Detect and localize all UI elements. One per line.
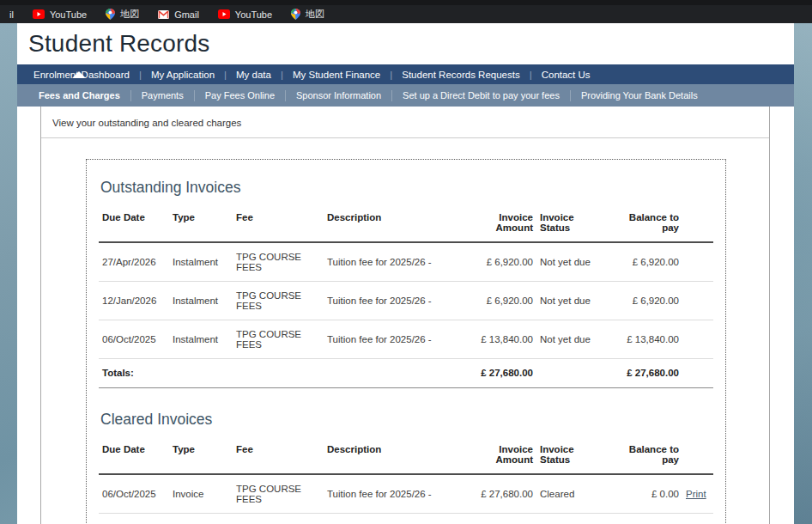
table-row: 06/Oct/2025InvoiceTPG COURSE FEESTuition… [99, 474, 713, 514]
nav-separator: | [525, 70, 536, 80]
table-header: Due DateTypeFeeDescriptionInvoice Amount… [99, 437, 713, 474]
primary-nav-item[interactable]: Contact Us [536, 70, 596, 80]
cell-status: Not yet due [536, 320, 609, 359]
bookmark-item[interactable]: 地図 [98, 6, 147, 22]
cell-action [682, 282, 713, 320]
bookmark-item[interactable]: 地図 [283, 6, 332, 22]
primary-nav-item[interactable]: My data [231, 70, 276, 80]
cell-status: Not yet due [536, 282, 609, 320]
cell-action [682, 514, 713, 524]
bookmark-label: 地図 [120, 8, 139, 21]
table-body: 27/Apr/2026InstalmentTPG COURSE FEESTuit… [99, 242, 713, 359]
secondary-nav-item[interactable]: Set up a Direct Debit to pay your fees [392, 90, 570, 101]
maps-icon [106, 9, 115, 20]
nav-separator: | [135, 70, 146, 80]
cell-amount: £- 27,680.00 [458, 514, 536, 524]
cell-fee: TPG COURSE FEES [233, 282, 324, 320]
nav-separator: | [220, 70, 231, 80]
totals-cell [324, 359, 458, 388]
cell-status: Not yet due [536, 242, 609, 282]
table-body: 06/Oct/2025InvoiceTPG COURSE FEESTuition… [99, 474, 713, 524]
column-header: Invoice Status [536, 205, 609, 242]
youtube-icon [218, 9, 230, 19]
column-header: Invoice Amount [458, 205, 536, 242]
nav-separator: | [385, 70, 397, 80]
table-totals: Totals:£ 27,680.00£ 27,680.00 [99, 359, 713, 388]
cell-amount: £ 6,920.00 [458, 282, 536, 320]
totals-cell [169, 359, 233, 388]
totals-cell [233, 359, 324, 388]
primary-nav-item[interactable]: Student Records Requests [397, 70, 524, 80]
table-row: 06/Oct/2025InstalmentTPG COURSE FEESTuit… [99, 514, 713, 524]
cell-balance: £ 0.00 [609, 474, 682, 514]
cell-due-date: 27/Apr/2026 [99, 242, 169, 282]
cell-status: Cleared [536, 474, 609, 514]
cell-description: Tuition fee for 2025/26 - [324, 282, 458, 320]
column-header [682, 437, 713, 474]
cell-action [682, 242, 713, 282]
cell-amount: £ 13,840.00 [458, 320, 536, 359]
cell-balance: £ 0.00 [609, 514, 682, 524]
column-header: Description [324, 205, 458, 242]
bookmark-label: YouTube [50, 9, 87, 20]
outstanding-heading: Outstanding Invoices [100, 179, 713, 197]
column-header: Invoice Status [536, 437, 609, 474]
bookmark-label: YouTube [235, 9, 272, 20]
cell-balance: £ 6,920.00 [609, 282, 682, 320]
bookmark-item[interactable]: il [2, 8, 21, 21]
cleared-heading: Cleared Invoices [100, 411, 713, 429]
cell-due-date: 06/Oct/2025 [99, 320, 169, 359]
cell-fee: TPG COURSE FEES [233, 514, 324, 524]
secondary-nav-item[interactable]: Payments [131, 90, 194, 101]
print-link[interactable]: Print [686, 489, 706, 499]
secondary-nav: Fees and ChargesPaymentsPay Fees OnlineS… [17, 84, 794, 107]
bookmark-item[interactable]: Gmail [150, 8, 207, 21]
bookmark-item[interactable]: YouTube [210, 8, 280, 21]
cell-action [682, 320, 713, 359]
site-column: Student Records Enrolment Dashboard|My A… [17, 23, 794, 524]
secondary-nav-item[interactable]: Pay Fees Online [195, 90, 285, 101]
column-header: Description [324, 437, 458, 474]
cell-type: Instalment [169, 514, 233, 524]
primary-nav-item[interactable]: My Student Finance [288, 70, 385, 80]
content-panel: View your outstanding and cleared charge… [40, 107, 770, 524]
column-header: Type [169, 205, 233, 242]
cell-description: Tuition fee for 2025/26 - [324, 242, 458, 282]
bookmark-label: il [9, 9, 14, 20]
cell-fee: TPG COURSE FEES [233, 242, 324, 282]
column-header: Invoice Amount [458, 437, 536, 474]
cell-status: Cleared [536, 514, 609, 524]
site-header: Student Records [17, 23, 794, 64]
totals-row: Totals:£ 27,680.00£ 27,680.00 [99, 359, 713, 388]
column-header [682, 205, 713, 242]
page-title: Student Records [28, 30, 794, 58]
maps-icon [291, 9, 300, 20]
cell-description: Tuition fee for 2025/26 - [324, 320, 458, 359]
cell-due-date: 12/Jan/2026 [99, 282, 169, 320]
primary-nav-item[interactable]: My Application [146, 70, 220, 80]
bookmarks-bar: ilYouTube地図GmailYouTube地図 [0, 0, 812, 23]
intro-text: View your outstanding and cleared charge… [41, 107, 769, 138]
secondary-nav-item[interactable]: Providing Your Bank Details [571, 90, 708, 101]
secondary-nav-item[interactable]: Sponsor Information [286, 90, 391, 101]
column-header: Due Date [99, 205, 169, 242]
column-header: Due Date [99, 437, 169, 474]
totals-cell [536, 359, 609, 388]
youtube-icon [33, 9, 45, 19]
nav-separator: | [276, 70, 288, 80]
totals-cell [682, 359, 713, 388]
cell-amount: £ 6,920.00 [458, 242, 536, 282]
cell-type: Invoice [169, 474, 233, 514]
cell-due-date: 06/Oct/2025 [99, 514, 169, 524]
table-row: 27/Apr/2026InstalmentTPG COURSE FEESTuit… [99, 242, 713, 282]
column-header: Fee [233, 205, 324, 242]
column-header: Balance to pay [609, 437, 682, 474]
column-header: Type [169, 437, 233, 474]
totals-amount: £ 27,680.00 [458, 359, 536, 388]
bookmark-item[interactable]: YouTube [25, 8, 94, 21]
secondary-nav-item[interactable]: Fees and Charges [28, 90, 130, 101]
primary-nav: Enrolment Dashboard|My Application|My da… [17, 64, 794, 84]
bookmark-label: Gmail [174, 9, 199, 20]
cleared-invoices-table: Due DateTypeFeeDescriptionInvoice Amount… [99, 437, 713, 524]
cell-type: Instalment [169, 242, 233, 282]
